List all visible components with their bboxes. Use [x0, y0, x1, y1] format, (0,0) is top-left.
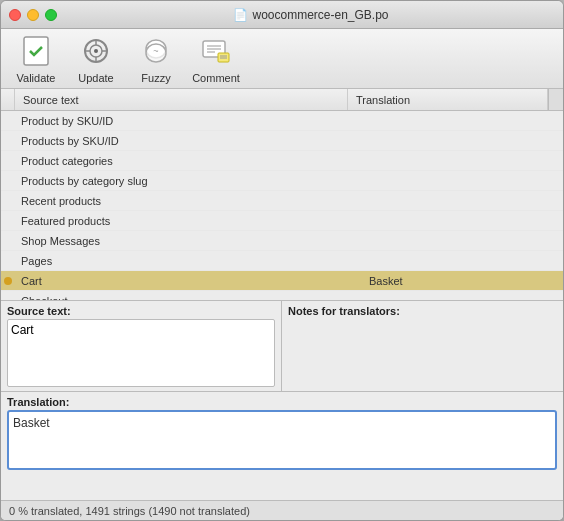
translation-panel: Translation: — [1, 391, 563, 500]
main-window: 📄 woocommerce-en_GB.po Validate — [0, 0, 564, 521]
validate-button[interactable]: Validate — [11, 33, 61, 84]
source-text-value: Cart — [11, 323, 34, 337]
validate-icon — [18, 33, 54, 69]
titlebar: 📄 woocommerce-en_GB.po — [1, 1, 563, 29]
window-title: 📄 woocommerce-en_GB.po — [67, 8, 555, 22]
row-source-text: Product categories — [15, 155, 363, 167]
status-text: 0 % translated, 1491 strings (1490 not t… — [9, 505, 250, 517]
table-body[interactable]: Product by SKU/IDProducts by SKU/IDProdu… — [1, 111, 563, 300]
translation-table: Source text Translation Product by SKU/I… — [1, 89, 563, 300]
update-button[interactable]: Update — [71, 33, 121, 84]
table-row[interactable]: Featured products — [1, 211, 563, 231]
table-row[interactable]: Products by SKU/ID — [1, 131, 563, 151]
maximize-button[interactable] — [45, 9, 57, 21]
minimize-button[interactable] — [27, 9, 39, 21]
row-source-text: Products by SKU/ID — [15, 135, 363, 147]
fuzzy-label: Fuzzy — [141, 72, 170, 84]
comment-button[interactable]: Comment — [191, 33, 241, 84]
row-source-text: Recent products — [15, 195, 363, 207]
bottom-top-panels: Source text: Cart Notes for translators: — [1, 301, 563, 391]
notes-label: Notes for translators: — [288, 305, 557, 317]
source-text-label: Source text: — [7, 305, 275, 317]
update-icon — [78, 33, 114, 69]
svg-text:~: ~ — [153, 46, 158, 56]
row-source-text: Product by SKU/ID — [15, 115, 363, 127]
fuzzy-button[interactable]: ~ Fuzzy — [131, 33, 181, 84]
close-button[interactable] — [9, 9, 21, 21]
table-header: Source text Translation — [1, 89, 563, 111]
title-text: woocommerce-en_GB.po — [252, 8, 388, 22]
comment-icon — [198, 33, 234, 69]
validate-label: Validate — [17, 72, 56, 84]
svg-rect-0 — [24, 37, 48, 65]
table-row[interactable]: Product categories — [1, 151, 563, 171]
table-row[interactable]: Shop Messages — [1, 231, 563, 251]
row-translation-text: Basket — [363, 275, 563, 287]
table-row[interactable]: Products by category slug — [1, 171, 563, 191]
table-row[interactable]: Pages — [1, 251, 563, 271]
fuzzy-dot-icon — [4, 277, 12, 285]
table-row[interactable]: Checkout — [1, 291, 563, 300]
source-col-header: Source text — [15, 89, 348, 110]
table-row[interactable]: Recent products — [1, 191, 563, 211]
row-source-text: Shop Messages — [15, 235, 363, 247]
row-source-text: Products by category slug — [15, 175, 363, 187]
translation-label: Translation: — [7, 396, 557, 408]
toolbar: Validate Update ~ — [1, 29, 563, 89]
row-source-text: Pages — [15, 255, 363, 267]
bottom-area: Source text: Cart Notes for translators:… — [1, 300, 563, 520]
source-text-display: Cart — [7, 319, 275, 387]
table-row[interactable]: CartBasket — [1, 271, 563, 291]
translation-col-header: Translation — [348, 89, 548, 110]
row-indicator — [1, 277, 15, 285]
fuzzy-icon: ~ — [138, 33, 174, 69]
title-icon: 📄 — [233, 8, 248, 22]
status-bar: 0 % translated, 1491 strings (1490 not t… — [1, 500, 563, 520]
notes-panel: Notes for translators: — [282, 301, 563, 391]
row-source-text: Featured products — [15, 215, 363, 227]
titlebar-buttons — [9, 9, 57, 21]
svg-point-3 — [94, 49, 98, 53]
comment-label: Comment — [192, 72, 240, 84]
source-text-panel: Source text: Cart — [1, 301, 282, 391]
translation-input[interactable] — [7, 410, 557, 470]
update-label: Update — [78, 72, 113, 84]
row-source-text: Cart — [15, 275, 363, 287]
table-row[interactable]: Product by SKU/ID — [1, 111, 563, 131]
